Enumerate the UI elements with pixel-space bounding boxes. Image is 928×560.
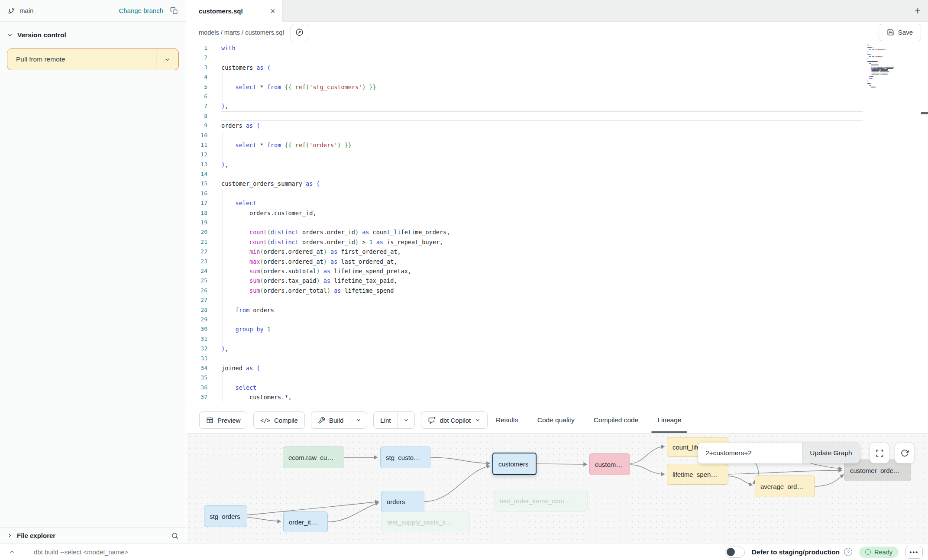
code-line[interactable]: 2 bbox=[187, 53, 928, 62]
help-icon[interactable]: ? bbox=[844, 548, 852, 556]
code-line[interactable]: 15customer_orders_summary as ( bbox=[187, 179, 928, 188]
lineage-canvas[interactable]: ecom.raw_cu…stg_custo…ordersstg_ordersor… bbox=[187, 434, 928, 543]
pull-dropdown-caret[interactable] bbox=[156, 49, 178, 70]
indent-guide bbox=[237, 208, 237, 218]
lineage-node-ecom_raw[interactable]: ecom.raw_cu… bbox=[283, 447, 344, 468]
code-line[interactable]: 8 bbox=[187, 111, 928, 121]
defer-label: Defer to staging/production bbox=[752, 548, 840, 556]
code-line[interactable]: 25 sum(orders.tax_paid) as lifetime_tax_… bbox=[187, 276, 928, 285]
code-line[interactable]: 18 orders.customer_id, bbox=[187, 208, 928, 218]
code-line[interactable]: 31 bbox=[187, 334, 928, 344]
lint-button[interactable]: Lint bbox=[373, 411, 414, 429]
code-line[interactable]: 22 min(orders.ordered_at) as first_order… bbox=[187, 247, 928, 256]
code-line[interactable]: 32), bbox=[187, 344, 928, 353]
code-line[interactable]: 4 bbox=[187, 72, 928, 82]
file-explorer-header[interactable]: File explorer bbox=[0, 527, 186, 544]
code-line[interactable]: 21 count(distinct orders.order_id) > 1 a… bbox=[187, 237, 928, 247]
more-options-button[interactable]: ••• bbox=[905, 546, 923, 559]
pull-from-remote-button[interactable]: Pull from remote bbox=[7, 49, 179, 70]
change-branch-link[interactable]: Change branch bbox=[119, 7, 163, 14]
code-line[interactable]: 17 select bbox=[187, 198, 928, 208]
explore-lineage-button[interactable] bbox=[290, 24, 309, 41]
panel-tab-compiled-code[interactable]: Compiled code bbox=[588, 407, 644, 433]
code-line[interactable]: 27 bbox=[187, 295, 928, 305]
code-line[interactable]: 13), bbox=[187, 160, 928, 169]
status-badge: Ready bbox=[859, 547, 899, 558]
code-line[interactable]: 3customers as ( bbox=[187, 63, 928, 72]
edge-customers-to-custom bbox=[537, 464, 587, 464]
update-graph-button[interactable]: Update Graph bbox=[802, 443, 860, 463]
lineage-node-test_supply[interactable]: test_supply_costs_s… bbox=[382, 511, 470, 532]
line-content: select * from {{ ref('orders') }} bbox=[221, 140, 863, 150]
line-number: 12 bbox=[187, 150, 207, 159]
code-line[interactable]: 5 select * from {{ ref('stg_customers') … bbox=[187, 82, 928, 92]
command-input[interactable]: dbt build --select <model_name> bbox=[34, 548, 725, 556]
code-line[interactable]: 19 bbox=[187, 218, 928, 227]
code-line[interactable]: 11 select * from {{ ref('orders') }} bbox=[187, 140, 928, 150]
dbt-copilot-button[interactable]: dbt Copilot bbox=[421, 411, 488, 429]
code-line[interactable]: 29 bbox=[187, 315, 928, 324]
git-branch-icon bbox=[8, 7, 15, 14]
lint-dropdown-caret[interactable] bbox=[398, 412, 414, 428]
new-tab-button[interactable]: + bbox=[907, 0, 928, 22]
code-line[interactable]: 20 count(distinct orders.order_id) as co… bbox=[187, 227, 928, 237]
close-icon[interactable]: ✕ bbox=[270, 8, 275, 14]
copy-icon[interactable] bbox=[170, 7, 178, 15]
lineage-node-lifetime[interactable]: lifetime_spen… bbox=[667, 464, 728, 485]
line-number: 24 bbox=[187, 266, 207, 276]
lineage-node-custom[interactable]: custom… bbox=[589, 453, 630, 475]
fullscreen-button[interactable] bbox=[870, 443, 889, 463]
line-number: 16 bbox=[187, 189, 207, 198]
panel-tab-lineage[interactable]: Lineage bbox=[651, 407, 687, 433]
lineage-node-test_order[interactable]: test_order_items_com… bbox=[494, 490, 588, 511]
lineage-node-order_it[interactable]: order_it… bbox=[283, 511, 328, 532]
code-line[interactable]: 37 customers.*, bbox=[187, 392, 928, 402]
lineage-node-stg_custo[interactable]: stg_custo… bbox=[380, 447, 430, 468]
refresh-button[interactable] bbox=[895, 443, 915, 463]
lineage-node-orders[interactable]: orders bbox=[381, 491, 424, 512]
lineage-node-average[interactable]: average_ord… bbox=[755, 476, 815, 497]
search-icon[interactable] bbox=[171, 532, 179, 540]
lineage-search-input[interactable]: 2+customers+2 bbox=[698, 443, 802, 463]
expand-command-bar-button[interactable] bbox=[0, 544, 24, 560]
lineage-node-customers[interactable]: customers bbox=[492, 453, 537, 475]
indent-guide bbox=[237, 247, 237, 256]
code-line[interactable]: 7), bbox=[187, 101, 928, 111]
code-line[interactable]: 26 sum(orders.order_total) as lifetime_s… bbox=[187, 286, 928, 295]
code-line[interactable]: 16 bbox=[187, 189, 928, 198]
code-line[interactable]: 30 group by 1 bbox=[187, 324, 928, 334]
code-line[interactable]: 9orders as ( bbox=[187, 121, 928, 130]
code-line[interactable]: 6 bbox=[187, 92, 928, 101]
table-icon bbox=[206, 417, 213, 424]
minimap[interactable] bbox=[867, 45, 918, 87]
lineage-node-stg_orders[interactable]: stg_orders bbox=[204, 505, 247, 527]
panel-tab-code-quality[interactable]: Code quality bbox=[531, 407, 581, 433]
defer-toggle[interactable] bbox=[725, 547, 745, 558]
line-number: 18 bbox=[187, 208, 207, 218]
code-line[interactable]: 10 bbox=[187, 131, 928, 140]
code-line[interactable]: 35 bbox=[187, 373, 928, 382]
line-content bbox=[221, 295, 863, 305]
code-line[interactable]: 34joined as ( bbox=[187, 363, 928, 373]
code-line[interactable]: 24 sum(orders.subtotal) as lifetime_spen… bbox=[187, 266, 928, 276]
code-line[interactable]: 1with bbox=[187, 43, 928, 53]
code-line[interactable]: 14 bbox=[187, 169, 928, 179]
code-line[interactable]: 33 bbox=[187, 354, 928, 363]
tab-customers-sql[interactable]: customers.sql ✕ bbox=[187, 0, 283, 22]
pull-from-remote-label[interactable]: Pull from remote bbox=[7, 49, 156, 70]
compile-button[interactable]: </> Compile bbox=[253, 411, 305, 429]
version-control-header[interactable]: Version control bbox=[0, 22, 186, 45]
panel-tab-results[interactable]: Results bbox=[490, 407, 524, 433]
save-button[interactable]: Save bbox=[879, 24, 921, 41]
build-dropdown-caret[interactable] bbox=[350, 412, 367, 428]
code-line[interactable]: 12 bbox=[187, 150, 928, 159]
main-panel: customers.sql ✕ + models / marts / custo… bbox=[187, 0, 928, 544]
code-line[interactable]: 36 select bbox=[187, 383, 928, 392]
preview-button[interactable]: Preview bbox=[199, 411, 247, 429]
line-content: select * from {{ ref('stg_customers') }} bbox=[221, 82, 863, 92]
code-editor[interactable]: 1with23customers as (45 select * from {{… bbox=[187, 43, 928, 407]
code-line[interactable]: 23 max(orders.ordered_at) as last_ordere… bbox=[187, 257, 928, 266]
code-line[interactable]: 28 from orders bbox=[187, 305, 928, 315]
indent-guide bbox=[223, 247, 223, 256]
build-button[interactable]: Build bbox=[311, 411, 367, 429]
